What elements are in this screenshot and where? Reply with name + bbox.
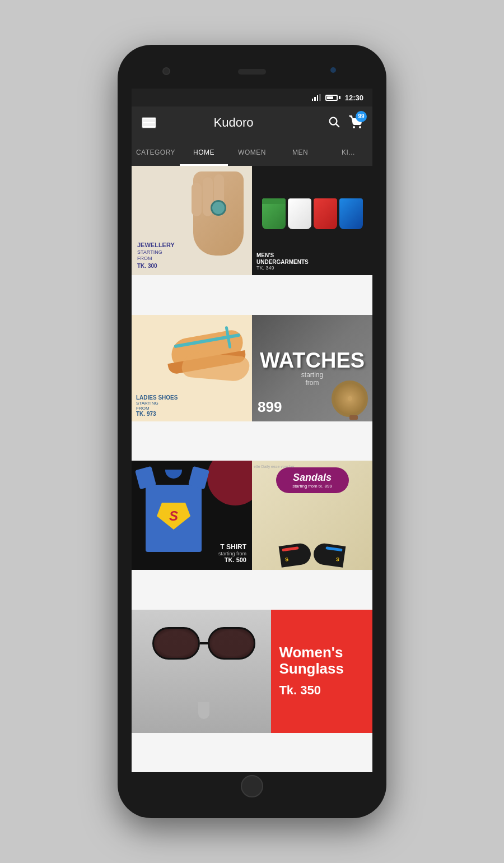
tshirt-label: T SHIRT — [218, 543, 246, 551]
undergarments-label: MEN'S — [256, 252, 309, 259]
ladies-shoes-label: LADIES SHOES — [136, 395, 178, 401]
product-undergarments[interactable]: MEN'S UNDERGARMENTS TK. 349 — [252, 166, 372, 275]
jewellery-label: JEWELLERY — [137, 242, 175, 249]
watches-label: WATCHES — [260, 350, 365, 371]
product-jewellery[interactable]: JEWELLERY STARTING FROM TK. 300 — [132, 166, 252, 275]
search-button[interactable] — [328, 115, 340, 131]
product-watches[interactable]: WATCHES starting from 899 — [252, 315, 372, 421]
app-title: Kudoro — [146, 115, 321, 130]
phone-device: 12:30 Kudoro — [118, 45, 386, 818]
sunglasses-label: Women's — [279, 644, 343, 661]
earpiece-speaker — [238, 69, 266, 75]
tab-women[interactable]: WOMEN — [228, 139, 276, 166]
proximity-sensor — [330, 67, 336, 73]
tab-category[interactable]: CATEGORY — [132, 139, 180, 166]
signal-icon — [312, 94, 321, 101]
product-sandals[interactable]: ette Daily eeze voucher Sandals starting… — [252, 461, 372, 570]
svg-line-1 — [336, 124, 339, 127]
home-button[interactable] — [241, 775, 263, 797]
product-ladies-shoes[interactable]: LADIES SHOES STARTING FROM TK. 973 — [132, 315, 252, 421]
tab-kids[interactable]: KI... — [324, 139, 372, 166]
tab-men[interactable]: MEN — [276, 139, 324, 166]
phone-top-bar — [118, 55, 386, 89]
tab-home[interactable]: HOME — [180, 139, 228, 166]
app-header: Kudoro 99 — [132, 106, 372, 139]
phone-bottom-bar — [132, 772, 372, 800]
product-tshirt[interactable]: S T SHIRT starting from TK. 500 — [132, 461, 252, 570]
status-bar: 12:30 — [132, 89, 372, 106]
nav-tabs: CATEGORY HOME WOMEN MEN KI... — [132, 139, 372, 166]
status-time: 12:30 — [345, 94, 363, 102]
product-grid: JEWELLERY STARTING FROM TK. 300 — [132, 166, 372, 772]
svg-point-3 — [360, 127, 361, 128]
cart-badge: 99 — [356, 111, 367, 122]
front-camera — [162, 67, 170, 75]
header-icons: 99 — [328, 115, 362, 131]
cart-button[interactable]: 99 — [349, 115, 362, 131]
battery-icon — [325, 95, 340, 101]
phone-screen: 12:30 Kudoro — [132, 89, 372, 772]
sandals-badge-label: Sandals — [286, 472, 339, 484]
product-sunglasses[interactable]: Women's Sunglass Tk. 350 — [132, 610, 372, 733]
svg-point-2 — [353, 127, 354, 128]
